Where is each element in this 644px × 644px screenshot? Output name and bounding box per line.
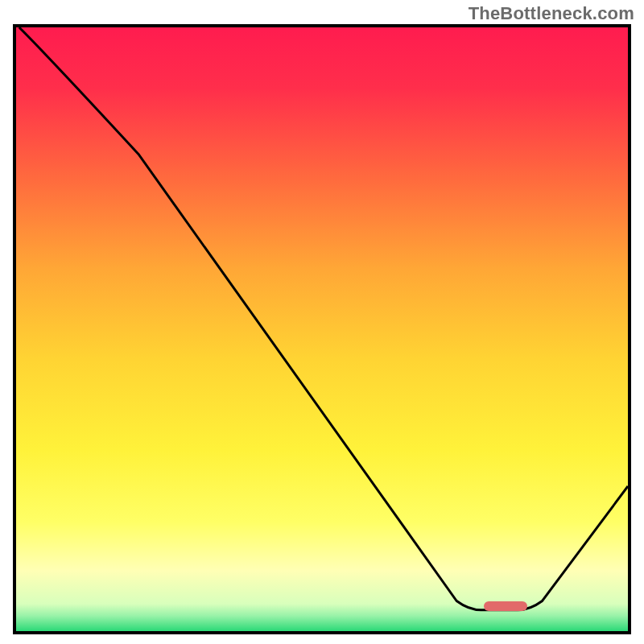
optimal-marker (484, 601, 526, 611)
plot-frame (13, 24, 631, 634)
watermark-label: TheBottleneck.com (469, 3, 634, 24)
chart-container: TheBottleneck.com (0, 0, 644, 644)
line-curve (16, 27, 628, 631)
curve-path (19, 27, 628, 610)
